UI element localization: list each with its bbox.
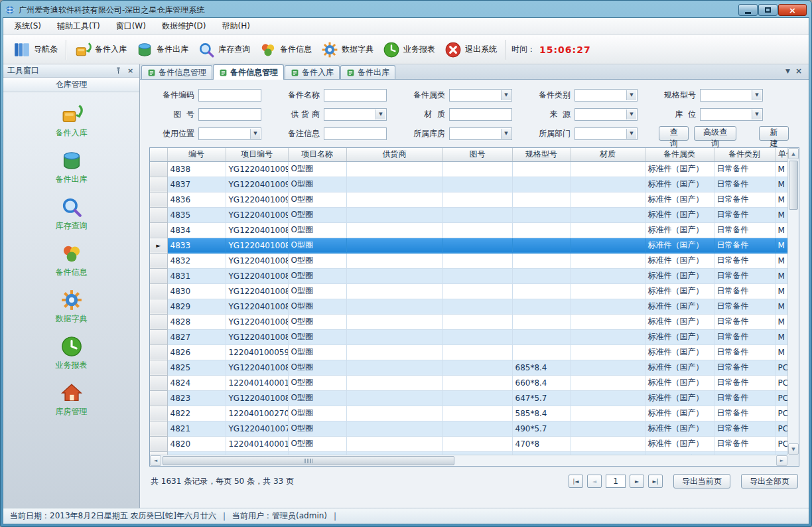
scroll-left-button[interactable]: ◄ bbox=[150, 455, 161, 466]
sidebar-item-parts-inbound[interactable]: 备件入库 bbox=[3, 103, 139, 139]
sidebar-item-inventory-query[interactable]: 库存查询 bbox=[3, 196, 139, 232]
first-page-button[interactable]: |◄ bbox=[569, 475, 583, 488]
table-row[interactable]: 4834YG12204010089O型圈标准件（国产）日常备件M bbox=[150, 222, 787, 238]
toolbar-business-report-button[interactable]: 业务报表 bbox=[378, 38, 440, 61]
minimize-button[interactable] bbox=[738, 4, 758, 16]
filter-warehouse-select[interactable]: ▼ bbox=[449, 127, 512, 140]
menu-item-data-maintain[interactable]: 数据维护(D) bbox=[154, 18, 214, 35]
table-row[interactable]: 4825YG12204010081O型圈685*8.4标准件（国产）日常备件PC bbox=[150, 360, 787, 375]
filter-part-type-select[interactable]: ▼ bbox=[575, 89, 638, 102]
tab-parts-outbound[interactable]: 备件出库 bbox=[340, 65, 395, 79]
pin-icon[interactable] bbox=[114, 66, 123, 75]
column-header-material[interactable]: 材质 bbox=[571, 148, 645, 161]
menu-item-window[interactable]: 窗口(W) bbox=[108, 18, 154, 35]
table-row[interactable]: 4831YG12204010086O型圈标准件（国产）日常备件M bbox=[150, 268, 787, 283]
toolbar-inventory-query-button[interactable]: 库存查询 bbox=[193, 38, 255, 61]
sidebar-item-data-dict[interactable]: 数据字典 bbox=[3, 289, 139, 325]
column-header-drawing-no[interactable]: 图号 bbox=[442, 148, 512, 161]
table-row[interactable]: 4829YG12204010084O型圈标准件（国产）日常备件M bbox=[150, 299, 787, 314]
filter-department-select[interactable]: ▼ bbox=[575, 127, 638, 140]
sidebar-item-parts-outbound[interactable]: 备件出库 bbox=[3, 149, 139, 185]
column-header-part-category[interactable]: 备件属类 bbox=[645, 148, 714, 161]
scroll-right-button[interactable]: ► bbox=[776, 455, 787, 466]
table-row[interactable]: 4835YG12204010090O型圈标准件（国产）日常备件M bbox=[150, 207, 787, 222]
sidebar-item-warehouse-mgmt[interactable]: 库房管理 bbox=[3, 382, 139, 417]
menu-item-system[interactable]: 系统(S) bbox=[6, 18, 49, 35]
table-cell bbox=[442, 375, 512, 390]
table-cell: O型圈 bbox=[288, 314, 346, 329]
advanced-query-button[interactable]: 高级查询 bbox=[694, 126, 736, 141]
query-button[interactable]: 查询 bbox=[659, 126, 689, 141]
horizontal-scrollbar[interactable]: ◄ ► bbox=[150, 455, 787, 466]
filter-spec-model-select[interactable]: ▼ bbox=[700, 89, 763, 102]
filter-label-department: 所属部门 bbox=[533, 128, 575, 139]
table-row[interactable]: 4821YG12204010079O型圈490*5.7标准件（国产）日常备件PC bbox=[150, 421, 787, 436]
menu-item-help[interactable]: 帮助(H) bbox=[214, 18, 258, 35]
filter-supplier-select[interactable]: ▼ bbox=[324, 108, 387, 121]
table-row[interactable]: 48261220401000599O型圈标准件（国产）日常备件M bbox=[150, 344, 787, 360]
filter-material-input[interactable] bbox=[449, 108, 512, 121]
vertical-scroll-thumb[interactable] bbox=[789, 161, 798, 210]
toolbar-exit-system-button[interactable]: 退出系统 bbox=[440, 38, 502, 61]
horizontal-scroll-thumb[interactable] bbox=[163, 456, 454, 465]
filter-remark-input[interactable] bbox=[324, 127, 387, 140]
column-header-number[interactable]: 编号 bbox=[167, 148, 226, 161]
table-row[interactable]: 48241220401400012O型圈660*8.4标准件（国产）日常备件PC bbox=[150, 375, 787, 390]
toolbar-navbar-button[interactable]: 导航条 bbox=[9, 38, 62, 61]
tab-close-icon[interactable]: × bbox=[795, 66, 802, 76]
table-row[interactable]: 4827YG12204010082O型圈标准件（国产）日常备件M bbox=[150, 329, 787, 344]
vertical-scroll-track[interactable] bbox=[788, 159, 799, 443]
column-header-part-type[interactable]: 备件类别 bbox=[714, 148, 775, 161]
last-page-button[interactable]: ►| bbox=[648, 475, 663, 488]
sidebar-item-parts-info[interactable]: 备件信息 bbox=[3, 242, 139, 278]
sidebar-item-business-report[interactable]: 业务报表 bbox=[3, 335, 139, 371]
page-number-input[interactable] bbox=[606, 475, 626, 488]
new-button[interactable]: 新建 bbox=[759, 126, 789, 141]
scroll-up-button[interactable]: ▲ bbox=[788, 148, 799, 159]
scroll-down-button[interactable]: ▼ bbox=[788, 443, 799, 455]
vertical-scrollbar[interactable]: ▲ ▼ bbox=[787, 148, 799, 455]
table-row[interactable]: 4823YG12204010080O型圈647*5.7标准件（国产）日常备件PC bbox=[150, 390, 787, 406]
menu-item-aux-tools[interactable]: 辅助工具(T) bbox=[49, 18, 108, 35]
close-button[interactable]: × bbox=[778, 4, 807, 16]
filter-location-select[interactable]: ▼ bbox=[700, 108, 763, 121]
column-header-spec-model[interactable]: 规格型号 bbox=[512, 148, 571, 161]
toolbar-data-dict-button[interactable]: 数据字典 bbox=[316, 38, 378, 61]
table-row[interactable]: 48201220401400013O型圈470*8标准件（国产）日常备件PC bbox=[150, 436, 787, 451]
table-row[interactable]: 4830YG12204010085O型圈标准件（国产）日常备件M bbox=[150, 283, 787, 299]
toolbar-parts-outbound-button[interactable]: 备件出库 bbox=[131, 38, 193, 61]
table-row[interactable]: 4838YG12204010093O型圈标准件（国产）日常备件M bbox=[150, 161, 787, 177]
next-page-button[interactable]: ► bbox=[630, 475, 644, 488]
table-row[interactable]: 4832YG12204010087O型圈标准件（国产）日常备件M bbox=[150, 253, 787, 268]
tab-parts-inbound[interactable]: 备件入库 bbox=[285, 65, 340, 79]
filter-source-select[interactable]: ▼ bbox=[575, 108, 638, 121]
panel-close-icon[interactable]: × bbox=[125, 66, 135, 76]
filter-use-position-select[interactable]: ▼ bbox=[198, 127, 261, 140]
table-row[interactable]: 4837YG12204010092O型圈标准件（国产）日常备件M bbox=[150, 177, 787, 192]
filter-part-name-input[interactable] bbox=[324, 89, 387, 102]
table-row[interactable]: 4836YG12204010091O型圈标准件（国产）日常备件M bbox=[150, 192, 787, 207]
tab-icon bbox=[346, 68, 355, 77]
export-all-pages-button[interactable]: 导出全部页 bbox=[741, 474, 798, 489]
column-header-project-code[interactable]: 项目编号 bbox=[226, 148, 288, 161]
toolbar-parts-info-button[interactable]: 备件信息 bbox=[255, 38, 316, 61]
column-header-supplier[interactable]: 供货商 bbox=[346, 148, 442, 161]
tool-window-header: 工具窗口 × bbox=[3, 64, 139, 78]
prev-page-button[interactable]: ◄ bbox=[587, 475, 602, 488]
table-row[interactable]: 48221220401002700O型圈585*8.4标准件（国产）日常备件PC bbox=[150, 406, 787, 421]
tab-parts-info-mgmt-2[interactable]: 备件信息管理 bbox=[213, 64, 284, 80]
tab-list-chevron-icon[interactable]: ▼ bbox=[785, 68, 790, 74]
toolbar-parts-inbound-button[interactable]: 备件入库 bbox=[70, 38, 131, 61]
column-header-unit[interactable]: 单位 bbox=[775, 148, 787, 161]
filter-part-code-input[interactable] bbox=[198, 89, 261, 102]
column-header-project-name[interactable]: 项目名称 bbox=[288, 148, 346, 161]
tab-parts-info-mgmt-1[interactable]: 备件信息管理 bbox=[141, 65, 212, 79]
filter-part-category-select[interactable]: ▼ bbox=[449, 89, 512, 102]
filter-drawing-no-input[interactable] bbox=[198, 108, 261, 121]
toolbar-business-report-label: 业务报表 bbox=[403, 44, 435, 55]
table-row[interactable]: 4828YG12204010083O型圈标准件（国产）日常备件M bbox=[150, 314, 787, 329]
maximize-button[interactable] bbox=[758, 4, 778, 16]
table-row[interactable]: ►4833YG12204010088O型圈标准件（国产）日常备件M bbox=[150, 238, 787, 253]
horizontal-scroll-track[interactable] bbox=[161, 455, 776, 466]
export-current-page-button[interactable]: 导出当前页 bbox=[673, 474, 730, 489]
